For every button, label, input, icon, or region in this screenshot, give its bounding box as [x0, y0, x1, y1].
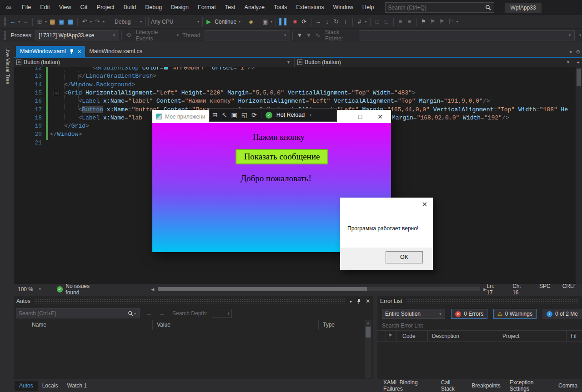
split-window-icon[interactable]: + — [574, 58, 582, 67]
save-icon[interactable]: ▣ — [57, 17, 66, 27]
flag-threads-icon[interactable]: ▼ — [295, 30, 304, 40]
hot-reload-label[interactable]: Hot Reload — [276, 112, 305, 118]
menu-item-analyze[interactable]: Analyze — [240, 0, 269, 15]
redo-icon[interactable]: ↷ — [93, 17, 102, 27]
comment-icon[interactable]: □ — [373, 17, 382, 27]
panel-tab-xaml-binding-failures[interactable]: XAML Binding Failures — [379, 377, 436, 392]
dropdown-caret-icon[interactable]: ▾ — [102, 20, 105, 24]
search-options-caret-icon[interactable]: ▾ — [133, 312, 137, 316]
menu-item-design[interactable]: Design — [166, 0, 193, 15]
platform-select[interactable]: Any CPU▾ — [148, 17, 203, 26]
lifecycle-icon[interactable]: ⟲ — [124, 30, 133, 40]
close-icon[interactable]: × — [78, 49, 81, 55]
column-header-type[interactable]: Type — [323, 322, 335, 328]
column-header-project[interactable]: Project — [502, 333, 519, 339]
thread-select[interactable]: ▾ — [205, 30, 290, 40]
warnings-filter-button[interactable]: ⚠ 0 Warnings — [493, 309, 537, 319]
autos-title-bar[interactable]: Autos ▾ ✕ — [14, 296, 373, 307]
prev-bookmark-icon[interactable]: ⚑ — [428, 17, 437, 27]
breadcrumb-left[interactable]: <> Button (button) ▼ — [14, 58, 295, 67]
pause-icon[interactable]: ▌▌ — [278, 17, 290, 27]
quick-search-box[interactable] — [385, 2, 494, 13]
error-scope-select[interactable]: Entire Solution▾ — [382, 309, 445, 319]
search-forward-icon[interactable]: → — [159, 310, 165, 317]
dropdown-caret-icon[interactable]: ▾ — [89, 20, 93, 24]
column-indicator[interactable]: Ch: 16 — [512, 283, 527, 296]
menu-item-extensions[interactable]: Extensions — [291, 0, 328, 15]
editor-vertical-scrollbar[interactable] — [576, 67, 582, 284]
column-header-fil[interactable]: Fil — [571, 333, 577, 339]
indent-icon[interactable]: ≡ — [396, 17, 405, 27]
open-folder-icon[interactable]: ▤ — [48, 17, 57, 27]
menu-item-build[interactable]: Build — [119, 0, 140, 15]
panel-tab-breakpoints[interactable]: Breakpoints — [467, 381, 505, 391]
nav-back-icon[interactable]: ← — [8, 17, 17, 27]
menu-item-file[interactable]: File — [17, 0, 35, 15]
scroll-right-icon[interactable]: ▶ — [483, 287, 487, 292]
ok-button[interactable]: OK — [386, 251, 423, 263]
line-ending-indicator[interactable]: CRLF — [562, 283, 577, 296]
code-line-12[interactable]: 12 <GradientStop Color="#FF00D0FF" Offse… — [14, 67, 582, 73]
menu-item-help[interactable]: Help — [358, 0, 379, 15]
undo-icon[interactable]: ↶ — [80, 17, 89, 27]
step-into-icon[interactable]: ↓ — [323, 17, 332, 27]
column-header-value[interactable]: Value — [157, 322, 171, 328]
select-element-icon[interactable]: ↖ — [222, 111, 227, 119]
panel-tab-comma[interactable]: Comma — [554, 381, 582, 391]
dropdown-caret-icon[interactable]: ▾ — [364, 20, 368, 24]
spaces-indicator[interactable]: SPC — [539, 283, 551, 296]
panel-tab-exception-settings[interactable]: Exception Settings — [505, 377, 554, 392]
messages-filter-button[interactable]: i 0 of 2 Me — [542, 309, 582, 319]
code-line-15[interactable]: 15 <Grid HorizontalAlignment="Left" Heig… — [14, 89, 582, 98]
panel-tab-watch-1[interactable]: Watch 1 — [62, 381, 91, 391]
lifecycle-caret-icon[interactable]: ▾ — [176, 33, 180, 37]
line-indicator[interactable]: Ln: 17 — [487, 283, 501, 296]
dropdown-caret-icon[interactable]: ▾ — [456, 20, 459, 24]
lifecycle-events-label[interactable]: Lifecycle Events — [133, 29, 176, 42]
tab-mainwindow-xaml-cs[interactable]: MainWindow.xaml.cs — [85, 46, 146, 57]
next-bookmark-icon[interactable]: ⚑ — [437, 17, 447, 27]
active-files-caret-icon[interactable]: ▾ — [570, 49, 572, 55]
save-all-icon[interactable]: ▦ — [66, 17, 75, 27]
dropdown-caret-icon[interactable]: ▾ — [270, 20, 273, 24]
toolbar-grip[interactable] — [4, 31, 6, 40]
continue-label[interactable]: Continue — [213, 19, 238, 25]
error-list-search-box[interactable]: Search Error List — [377, 321, 582, 331]
toolbar-grip[interactable] — [4, 17, 6, 26]
panel-tab-autos[interactable]: Autos — [15, 381, 38, 391]
scroll-left-icon[interactable]: ◀ — [151, 287, 154, 292]
step-over-icon[interactable]: ↻ — [332, 17, 341, 27]
menu-item-edit[interactable]: Edit — [35, 0, 55, 15]
pin-icon[interactable] — [70, 49, 74, 54]
menu-item-format[interactable]: Format — [193, 0, 221, 15]
code-line-13[interactable]: 13 </LinearGradientBrush> — [14, 73, 582, 81]
menu-item-tools[interactable]: Tools — [269, 0, 291, 15]
attach-icon[interactable]: ◈ — [246, 17, 256, 27]
search-depth-select[interactable]: ▾ — [212, 309, 232, 318]
chevron-down-icon[interactable]: ▼ — [566, 60, 570, 65]
reload-xaml-icon[interactable]: ⟳ — [251, 111, 257, 119]
uncomment-icon[interactable]: □ — [382, 17, 391, 27]
column-header-code[interactable]: Code — [402, 333, 416, 339]
solution-name-label[interactable]: WpfApp33 — [505, 3, 542, 13]
editor-horizontal-scrollbar[interactable] — [158, 287, 480, 291]
menu-item-view[interactable]: View — [55, 0, 76, 15]
nav-forward-icon[interactable]: → — [21, 17, 30, 27]
chevron-down-icon[interactable]: ▼ — [286, 60, 291, 65]
clear-bookmarks-icon[interactable]: ⚐ — [447, 17, 456, 27]
display-layout-adorners-icon[interactable]: ▣ — [231, 111, 237, 119]
screenshot-icon[interactable]: ▣ — [261, 17, 270, 27]
autos-search-box[interactable]: ▾ — [16, 308, 140, 318]
menu-item-git[interactable]: Git — [76, 0, 92, 15]
maximize-icon[interactable]: □ — [358, 113, 362, 120]
close-icon[interactable]: ✕ — [421, 200, 427, 208]
menu-item-window[interactable]: Window — [328, 0, 357, 15]
show-message-button[interactable]: Показать сообщение — [236, 149, 328, 164]
dropdown-caret-icon[interactable]: ▾ — [44, 20, 48, 24]
quick-search-input[interactable] — [388, 5, 485, 11]
stop-icon[interactable]: ■ — [291, 17, 300, 27]
process-select[interactable]: [17312] WpfApp33.exe▾ — [35, 30, 119, 40]
column-header-name[interactable]: Name — [32, 322, 46, 328]
unflag-threads-icon[interactable]: ▼ — [304, 30, 313, 40]
search-back-icon[interactable]: ← — [146, 310, 152, 317]
